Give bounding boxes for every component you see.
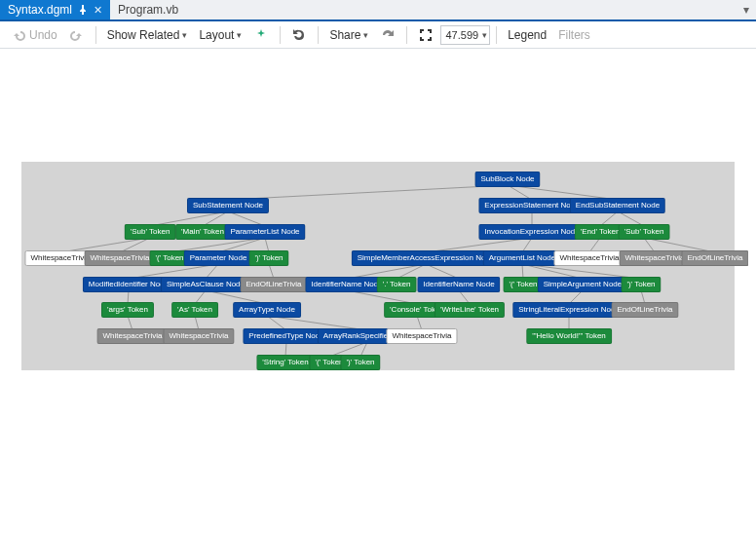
chevron-down-icon: ▾ [482,30,487,40]
zoom-input[interactable]: 47.599 ▾ [440,25,490,45]
show-related-label: Show Related [107,28,180,42]
graph-node[interactable]: 'As' Token [171,302,218,318]
zoom-value: 47.599 [445,29,478,41]
sparkle-icon [253,27,269,43]
graph-node[interactable]: '"Hello World!"' Token [526,328,612,344]
separator [318,26,319,44]
pin-icon[interactable] [78,5,88,15]
map-filter-button[interactable] [248,24,274,46]
legend-label: Legend [508,28,547,42]
graph-node[interactable]: SubBlock Node [474,172,540,187]
refresh-icon [291,27,307,43]
filters-button[interactable]: Filters [553,24,595,46]
graph-node[interactable]: WhitespaceTrivia [553,250,624,266]
graph-node[interactable]: IdentifierName Node [417,277,500,292]
undo-button[interactable]: Undo [6,24,62,46]
graph-node[interactable]: SimpleMemberAccessExpression Node [352,250,501,266]
separator [95,26,96,44]
canvas-wrap: SubBlock NodeSubStatement NodeExpression… [0,49,756,534]
fit-button[interactable] [413,24,438,46]
tab-program-vb[interactable]: Program.vb [110,0,186,19]
graph-node[interactable]: 'WriteLine' Token [435,302,505,318]
graph-node[interactable]: ')' Token [248,250,288,266]
close-icon[interactable]: ✕ [94,4,102,17]
tab-strip: Syntax.dgml ✕ Program.vb ▾ [0,0,756,21]
refresh-button[interactable] [286,24,312,46]
graph-node[interactable]: 'String' Token [256,355,314,370]
graph-node[interactable]: WhitespaceTrivia [96,328,168,344]
graph-node[interactable]: 'Sub' Token [619,224,670,240]
diagram-canvas[interactable]: SubBlock NodeSubStatement NodeExpression… [8,57,748,526]
undo-label: Undo [29,28,57,42]
graph-node[interactable]: EndSubStatement Node [570,198,665,213]
graph-node[interactable]: ')' Token [340,355,380,370]
graph-node[interactable]: 'Main' Token [175,224,230,240]
fit-zoom-icon [418,27,434,43]
graph-node[interactable]: ')' Token [621,277,661,292]
filters-label: Filters [558,28,590,42]
graph-node[interactable]: 'args' Token [101,302,154,318]
tab-label: Syntax.dgml [8,3,72,17]
share-button[interactable]: Share ▾ [324,24,373,46]
redo-icon [69,27,85,43]
graph-node[interactable]: SimpleAsClause Node [161,277,250,292]
redo-button[interactable] [64,24,90,46]
graph-node[interactable]: EndOfLineTrivia [681,250,748,266]
chevron-down-icon: ▾ [363,30,368,40]
legend-button[interactable]: Legend [503,24,551,46]
separator [496,26,497,44]
layout-label: Layout [199,28,234,42]
graph-node[interactable]: WhitespaceTrivia [619,250,690,266]
graph-node[interactable]: WhitespaceTrivia [163,328,234,344]
graph-node[interactable]: 'Sub' Token [125,224,176,240]
window-dropdown-icon[interactable]: ▾ [737,0,756,19]
graph-node[interactable]: ParameterList Node [224,224,305,240]
graph-node[interactable]: WhitespaceTrivia [386,328,457,344]
chevron-down-icon: ▾ [182,30,187,40]
graph-node[interactable]: SimpleArgument Node [538,277,627,292]
toolbar: Undo Show Related ▾ Layout ▾ Share ▾ [0,21,756,49]
graph-node[interactable]: '.' Token [377,277,417,292]
show-related-button[interactable]: Show Related ▾ [102,24,193,46]
layout-button[interactable]: Layout ▾ [194,24,246,46]
separator [406,26,407,44]
undo-icon [11,27,26,43]
export-button[interactable] [375,24,400,46]
graph-node[interactable]: InvocationExpression Node [478,224,585,240]
graph-node[interactable]: EndOfLineTrivia [240,277,307,292]
graph-node[interactable]: Parameter Node [184,250,253,266]
tab-syntax-dgml[interactable]: Syntax.dgml ✕ [0,0,110,19]
graph-node[interactable]: WhitespaceTrivia [84,250,155,266]
separator [280,26,281,44]
graph-node[interactable]: EndOfLineTrivia [611,302,678,318]
tab-label: Program.vb [118,3,178,17]
export-icon [380,27,396,43]
graph-area[interactable]: SubBlock NodeSubStatement NodeExpression… [21,162,735,370]
graph-node[interactable]: ArgumentList Node [483,250,561,266]
share-label: Share [329,28,360,42]
graph-node[interactable]: StringLiteralExpression Node [512,302,625,318]
graph-node[interactable]: ArrayType Node [233,302,301,318]
graph-node[interactable]: SubStatement Node [187,198,269,213]
chevron-down-icon: ▾ [237,30,242,40]
svg-line-0 [228,185,508,200]
